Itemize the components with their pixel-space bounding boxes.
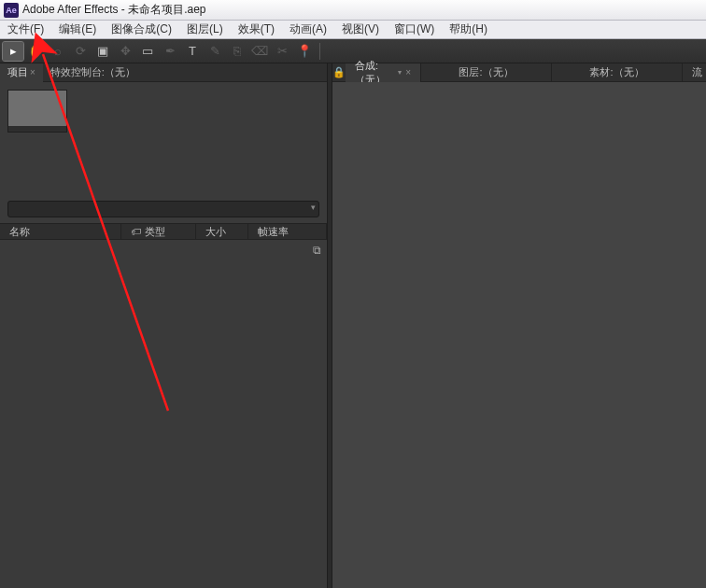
app-icon: Ae: [4, 3, 19, 18]
tab-flowchart[interactable]: 流: [683, 63, 706, 82]
project-thumbnail[interactable]: [7, 90, 67, 133]
tab-effect-controls[interactable]: 特效控制台:（无）: [43, 63, 143, 82]
tool-puppet[interactable]: 📍: [294, 42, 315, 61]
titlebar: Ae Adobe After Effects - 未命名项目.aep: [0, 0, 706, 21]
project-panel: 项目 × 特效控制台:（无） ⌕ ▾ 名称 🏷 类型 大小 帧速率: [0, 63, 327, 588]
col-type[interactable]: 🏷 类型: [121, 224, 196, 239]
toolbar-separator: [319, 43, 320, 60]
pen-icon: ✒: [165, 44, 176, 58]
hand-icon: ✋: [28, 44, 43, 58]
tab-layer[interactable]: 图层:（无）: [421, 63, 552, 82]
menu-help[interactable]: 帮助(H): [442, 21, 495, 37]
project-header: [0, 82, 327, 140]
lock-icon[interactable]: 🔒: [332, 66, 346, 78]
camera-icon: ▣: [97, 44, 108, 58]
tool-hand[interactable]: ✋: [25, 42, 46, 61]
close-icon[interactable]: ×: [405, 67, 411, 77]
tool-rotate[interactable]: ⟳: [70, 42, 91, 61]
col-size-label: 大小: [205, 225, 226, 239]
tool-eraser[interactable]: ⌫: [249, 42, 270, 61]
window-title: Adobe After Effects - 未命名项目.aep: [22, 2, 206, 18]
pan-behind-icon: ✥: [120, 44, 131, 58]
menu-window[interactable]: 窗口(W): [387, 21, 442, 37]
composition-panel: 🔒 合成:（无） ▾ × 图层:（无） 素材:（无） 流: [332, 63, 706, 588]
tab-project-label: 项目: [7, 65, 28, 79]
chevron-down-icon[interactable]: ▾: [311, 203, 316, 212]
tool-text[interactable]: T: [182, 42, 203, 61]
flowchart-icon[interactable]: ⧉: [313, 244, 321, 257]
tag-icon: 🏷: [131, 226, 141, 237]
puppet-icon: 📍: [297, 44, 312, 58]
menu-layer[interactable]: 图层(L): [179, 21, 231, 37]
workspace: 项目 × 特效控制台:（无） ⌕ ▾ 名称 🏷 类型 大小 帧速率: [0, 63, 706, 588]
composition-panel-tabs: 🔒 合成:（无） ▾ × 图层:（无） 素材:（无） 流: [332, 63, 706, 82]
rotate-icon: ⟳: [76, 44, 86, 58]
project-info-spacer: [0, 140, 327, 196]
tab-footage[interactable]: 素材:（无）: [552, 63, 683, 82]
chevron-down-icon[interactable]: ▾: [398, 68, 402, 77]
tool-zoom[interactable]: ⌕: [48, 42, 68, 61]
selection-icon: ▸: [10, 44, 17, 58]
eraser-icon: ⌫: [251, 44, 268, 58]
col-name[interactable]: 名称: [0, 224, 121, 239]
tab-composition[interactable]: 合成:（无） ▾ ×: [346, 63, 421, 82]
project-search-input[interactable]: [7, 201, 319, 217]
project-search-row: ⌕ ▾: [0, 196, 327, 223]
tool-brush[interactable]: ✎: [205, 42, 225, 61]
zoom-icon: ⌕: [54, 44, 62, 58]
menubar: 文件(F) 编辑(E) 图像合成(C) 图层(L) 效果(T) 动画(A) 视图…: [0, 21, 706, 39]
menu-anim[interactable]: 动画(A): [282, 21, 334, 37]
menu-effect[interactable]: 效果(T): [231, 21, 282, 37]
menu-file[interactable]: 文件(F): [0, 21, 51, 37]
clone-icon: ⎘: [233, 44, 241, 58]
brush-icon: ✎: [210, 44, 220, 58]
text-icon: T: [189, 44, 196, 58]
menu-comp[interactable]: 图像合成(C): [104, 21, 179, 37]
tool-camera[interactable]: ▣: [92, 42, 113, 61]
col-type-label: 类型: [145, 225, 165, 239]
tab-effect-controls-label: 特效控制台:（无）: [50, 65, 135, 79]
menu-edit[interactable]: 编辑(E): [51, 21, 104, 37]
col-framerate-label: 帧速率: [258, 225, 289, 239]
roto-icon: ✂: [277, 44, 288, 58]
tab-project[interactable]: 项目 ×: [0, 63, 43, 82]
col-size[interactable]: 大小: [196, 224, 248, 239]
project-panel-tabs: 项目 × 特效控制台:（无）: [0, 63, 327, 82]
menu-view[interactable]: 视图(V): [334, 21, 387, 37]
tab-footage-label: 素材:（无）: [589, 65, 643, 79]
col-framerate[interactable]: 帧速率: [248, 224, 327, 239]
close-icon[interactable]: ×: [30, 67, 35, 77]
toolbar: ▸ ✋ ⌕ ⟳ ▣ ✥ ▭ ✒ T ✎ ⎘ ⌫ ✂ 📍: [0, 39, 706, 63]
tool-shape[interactable]: ▭: [137, 42, 158, 61]
shape-icon: ▭: [142, 44, 153, 58]
tool-pan-behind[interactable]: ✥: [115, 42, 135, 61]
project-search-wrap: ⌕ ▾: [7, 200, 319, 217]
tool-clone[interactable]: ⎘: [227, 42, 247, 61]
project-tree[interactable]: ⧉: [0, 240, 327, 588]
col-name-label: 名称: [9, 225, 30, 239]
tab-flowchart-label: 流: [692, 65, 702, 79]
tool-selection[interactable]: ▸: [3, 42, 23, 61]
tool-roto[interactable]: ✂: [272, 42, 292, 61]
tool-pen[interactable]: ✒: [160, 42, 180, 61]
project-column-headers: 名称 🏷 类型 大小 帧速率: [0, 223, 327, 240]
composition-viewer[interactable]: [332, 82, 706, 588]
tab-layer-label: 图层:（无）: [459, 65, 513, 79]
